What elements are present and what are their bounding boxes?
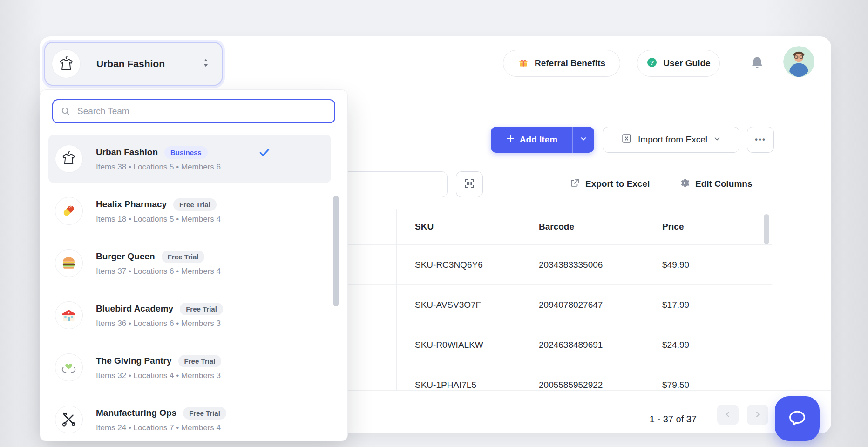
team-list-item[interactable]: Urban Fashion Business Items 38 • Locati…	[48, 135, 331, 183]
table-row[interactable]: SKU-RC3NQ6Y6 2034383335006 $49.90	[289, 245, 772, 285]
barcode-scan-button[interactable]	[456, 171, 483, 197]
add-item-split-button: Add Item	[491, 127, 594, 153]
notifications-button[interactable]	[747, 51, 767, 75]
team-selector-button[interactable]: Urban Fashion	[44, 42, 223, 86]
team-name: Manufacturing Ops	[96, 408, 176, 418]
pagination-prev-button[interactable]	[717, 405, 739, 425]
team-plan-badge: Free Trial	[173, 198, 217, 211]
gear-icon	[679, 177, 690, 191]
cell-barcode: 2024638489691	[520, 340, 644, 350]
more-actions-button[interactable]: •••	[747, 127, 774, 153]
avatar[interactable]	[783, 46, 814, 77]
table-header-row: SKU Barcode Price	[289, 209, 772, 245]
chevron-right-icon	[753, 410, 762, 420]
cell-price: $49.90	[644, 260, 772, 270]
tools-icon	[55, 406, 83, 433]
team-name: Healix Pharmacy	[96, 199, 167, 210]
add-item-dropdown-button[interactable]	[573, 127, 594, 153]
chevron-left-icon	[723, 410, 732, 420]
tshirt-icon	[55, 145, 83, 173]
export-to-excel-label: Export to Excel	[585, 179, 650, 189]
chevron-down-icon	[579, 135, 588, 145]
add-item-label: Add Item	[520, 135, 557, 145]
team-stats: Items 32 • Locations 4 • Members 3	[96, 371, 221, 380]
table-body: SKU-RC3NQ6Y6 2034383335006 $49.90 SKU-AV…	[289, 245, 772, 390]
dropdown-scrollbar[interactable]	[333, 196, 339, 306]
table-scrollbar[interactable]	[764, 214, 769, 244]
cell-price: $17.99	[644, 300, 772, 310]
team-list: Urban Fashion Business Items 38 • Locati…	[48, 135, 331, 447]
cell-barcode: 2094078027647	[520, 300, 644, 310]
plus-icon	[506, 134, 515, 146]
cell-price: $79.50	[644, 380, 772, 390]
import-from-excel-label: Import from Excel	[638, 135, 707, 145]
import-from-excel-button[interactable]: Import from Excel	[603, 127, 739, 153]
team-list-item[interactable]: Healix Pharmacy Free Trial Items 18 • Lo…	[48, 187, 331, 235]
gift-icon	[518, 57, 529, 70]
team-list-item[interactable]: The Giving Pantry Free Trial Items 32 • …	[48, 343, 331, 392]
bell-icon	[750, 54, 765, 73]
export-icon	[569, 177, 580, 191]
pill-icon	[55, 197, 83, 225]
team-name: The Giving Pantry	[96, 356, 172, 366]
table-row[interactable]: SKU-1PHAI7L5 2005585952922 $79.50	[289, 365, 772, 390]
column-header-price[interactable]: Price	[644, 222, 772, 232]
edit-columns-label: Edit Columns	[695, 179, 752, 189]
team-stats: Items 36 • Locations 6 • Members 3	[96, 319, 223, 328]
search-team-input[interactable]	[52, 99, 335, 123]
school-icon	[55, 301, 83, 329]
team-plan-badge: Free Trial	[180, 303, 223, 315]
referral-benefits-button[interactable]: Referral Benefits	[503, 50, 620, 77]
excel-icon	[621, 133, 632, 147]
team-list-item[interactable]: Manufacturing Ops Free Trial Items 24 • …	[48, 395, 331, 444]
chat-bubble-icon	[787, 407, 808, 430]
team-stats: Items 37 • Locations 6 • Members 4	[96, 267, 221, 276]
cell-price: $24.99	[644, 340, 772, 350]
team-list-item[interactable]: Burger Queen Free Trial Items 37 • Locat…	[48, 239, 331, 287]
more-dots-label: •••	[755, 135, 766, 144]
hands-heart-icon	[55, 353, 83, 381]
pagination-next-button[interactable]	[747, 405, 768, 425]
edit-columns-button[interactable]: Edit Columns	[679, 177, 752, 191]
burger-icon	[55, 249, 83, 277]
barcode-scan-icon	[463, 177, 475, 192]
team-name: Bluebird Academy	[96, 304, 173, 314]
add-item-button[interactable]: Add Item	[491, 127, 573, 153]
table-row[interactable]: SKU-R0WIALKW 2024638489691 $24.99	[289, 325, 772, 365]
cell-sku: SKU-1PHAI7L5	[396, 380, 520, 390]
svg-text:?: ?	[650, 59, 654, 66]
team-stats: Items 24 • Locations 7 • Members 4	[96, 423, 226, 433]
team-dropdown-panel: Urban Fashion Business Items 38 • Locati…	[40, 89, 348, 441]
pagination-label: 1 - 37 of 37	[631, 409, 697, 429]
sort-arrows-icon	[202, 58, 210, 70]
team-plan-badge: Free Trial	[178, 355, 222, 367]
team-plan-badge: Free Trial	[162, 251, 205, 263]
column-divider	[396, 209, 397, 390]
user-guide-label: User Guide	[663, 58, 710, 68]
chevron-down-icon	[713, 135, 721, 145]
check-icon	[258, 146, 271, 159]
question-icon: ?	[646, 57, 658, 70]
items-table: SKU Barcode Price SKU-RC3NQ6Y6 203438333…	[289, 209, 772, 390]
column-header-sku[interactable]: SKU	[396, 222, 520, 232]
column-header-barcode[interactable]: Barcode	[520, 222, 644, 232]
user-guide-button[interactable]: ? User Guide	[637, 50, 720, 77]
cell-sku: SKU-R0WIALKW	[396, 340, 520, 350]
table-row[interactable]: SKU-AVSV3O7F 2094078027647 $17.99	[289, 285, 772, 325]
team-name: Urban Fashion	[96, 147, 158, 157]
team-list-item[interactable]: Bluebird Academy Free Trial Items 36 • L…	[48, 291, 331, 339]
team-name: Burger Queen	[96, 251, 155, 262]
team-stats: Items 18 • Locations 5 • Members 4	[96, 215, 221, 224]
referral-benefits-label: Referral Benefits	[535, 58, 605, 68]
cell-sku: SKU-AVSV3O7F	[396, 300, 520, 310]
team-plan-badge: Business	[164, 146, 208, 159]
team-plan-badge: Free Trial	[183, 407, 226, 420]
selected-team-label: Urban Fashion	[96, 58, 202, 69]
team-stats: Items 38 • Locations 5 • Members 6	[96, 163, 221, 172]
chat-launcher-button[interactable]	[775, 396, 820, 441]
cell-barcode: 2034383335006	[520, 260, 644, 270]
tshirt-icon	[52, 49, 81, 78]
cell-barcode: 2005585952922	[520, 380, 644, 390]
cell-sku: SKU-RC3NQ6Y6	[396, 260, 520, 270]
export-to-excel-button[interactable]: Export to Excel	[569, 177, 650, 191]
